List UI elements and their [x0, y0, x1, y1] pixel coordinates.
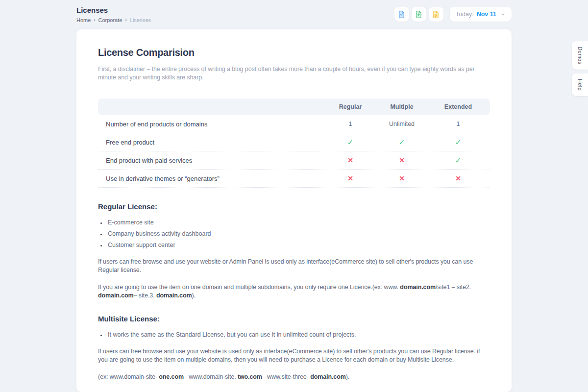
- page-heading-block: Licenses Home•Corporate•Licenses: [76, 6, 151, 23]
- breadcrumb-item-home[interactable]: Home: [76, 17, 91, 23]
- content-title: License Comparision: [98, 47, 490, 58]
- file-check-icon[interactable]: [394, 7, 409, 22]
- bullet-list: It works the same as the Standard Licens…: [107, 331, 490, 339]
- date-picker[interactable]: Today: Nov 11: [450, 7, 512, 22]
- cell-check: ✓: [426, 138, 490, 147]
- topbar-actions: Today: Nov 11: [394, 7, 512, 22]
- date-value: Nov 11: [477, 11, 496, 18]
- table-row: Number of end products or domains1Unlimi…: [98, 115, 490, 133]
- list-item: Customer support center: [107, 241, 490, 249]
- column-header-multiple: Multiple: [377, 103, 426, 110]
- check-icon: ✓: [455, 156, 461, 165]
- chevron-down-icon: [500, 12, 506, 17]
- column-header-extended: Extended: [426, 103, 490, 110]
- side-tab-demos[interactable]: Demos: [572, 41, 588, 70]
- file-text-icon[interactable]: [429, 7, 443, 22]
- cell-cross: ✕: [426, 174, 490, 182]
- section-heading: Regular License:: [98, 202, 490, 211]
- section-heading: Multisite License:: [98, 315, 490, 323]
- comparison-table: RegularMultipleExtended Number of end pr…: [98, 98, 490, 188]
- table-row: Use in derivative themes or “generators”…: [98, 170, 490, 188]
- section-paragraph: (ex: www.domain-site- one.com– www.domai…: [98, 373, 490, 381]
- section-paragraph: If users can free browse and use your we…: [98, 347, 490, 364]
- file-plus-icon[interactable]: [412, 7, 426, 22]
- row-label: Number of end products or domains: [98, 121, 323, 128]
- cross-icon: ✕: [347, 156, 353, 164]
- list-item: It works the same as the Standard Licens…: [107, 331, 490, 339]
- cell-value: 1: [323, 121, 377, 127]
- topbar: Licenses Home•Corporate•Licenses Today: …: [76, 0, 512, 28]
- date-prefix-label: Today:: [456, 11, 474, 18]
- check-icon: ✓: [398, 138, 405, 147]
- table-body: Number of end products or domains1Unlimi…: [98, 115, 490, 188]
- column-header-regular: Regular: [323, 103, 377, 110]
- breadcrumb-separator: •: [94, 18, 95, 23]
- license-sections: Regular License:E-commerce siteCompany b…: [98, 202, 490, 392]
- cell-cross: ✕: [377, 174, 426, 182]
- cross-icon: ✕: [455, 174, 461, 182]
- cell-cross: ✕: [323, 156, 377, 164]
- breadcrumb-item-corporate[interactable]: Corporate: [98, 17, 122, 23]
- license-section: Multisite License:It works the same as t…: [98, 315, 490, 381]
- cell-value: 1: [426, 121, 490, 127]
- breadcrumb-item-licenses: Licenses: [130, 17, 151, 23]
- table-row: End product with paid services✕✕✓: [98, 151, 490, 170]
- cell-check: ✓: [377, 138, 426, 147]
- section-paragraph: If you are going to use the item on one …: [98, 283, 490, 300]
- section-paragraph: If users can free browse and use your we…: [98, 258, 490, 274]
- cross-icon: ✕: [399, 174, 405, 182]
- bullet-list: E-commerce siteCompany business activity…: [107, 219, 490, 249]
- side-tab-help[interactable]: Help: [572, 74, 588, 96]
- row-label: Free end product: [98, 139, 323, 146]
- cell-value: Unlimited: [377, 121, 426, 127]
- table-header-row: RegularMultipleExtended: [98, 98, 490, 115]
- cross-icon: ✕: [399, 156, 405, 164]
- breadcrumb-separator: •: [125, 18, 126, 23]
- cell-cross: ✕: [323, 174, 377, 182]
- breadcrumb: Home•Corporate•Licenses: [76, 17, 151, 23]
- header-actions: [394, 7, 443, 22]
- list-item: E-commerce site: [107, 219, 490, 226]
- page-title: Licenses: [76, 6, 151, 14]
- check-icon: ✓: [347, 138, 353, 147]
- row-label: End product with paid services: [98, 157, 323, 164]
- table-row: Free end product✓✓✓: [98, 133, 490, 151]
- intro-text: First, a disclaimer – the entire process…: [98, 65, 490, 82]
- cell-check: ✓: [426, 156, 490, 165]
- cell-cross: ✕: [377, 156, 426, 164]
- cross-icon: ✕: [347, 174, 353, 182]
- list-item: Company business activity dashboard: [107, 230, 490, 238]
- check-icon: ✓: [455, 138, 461, 147]
- license-section: Regular License:E-commerce siteCompany b…: [98, 202, 490, 300]
- row-label: Use in derivative themes or “generators”: [98, 175, 323, 182]
- cell-check: ✓: [323, 138, 377, 147]
- content-card: License Comparision First, a disclaimer …: [76, 29, 512, 392]
